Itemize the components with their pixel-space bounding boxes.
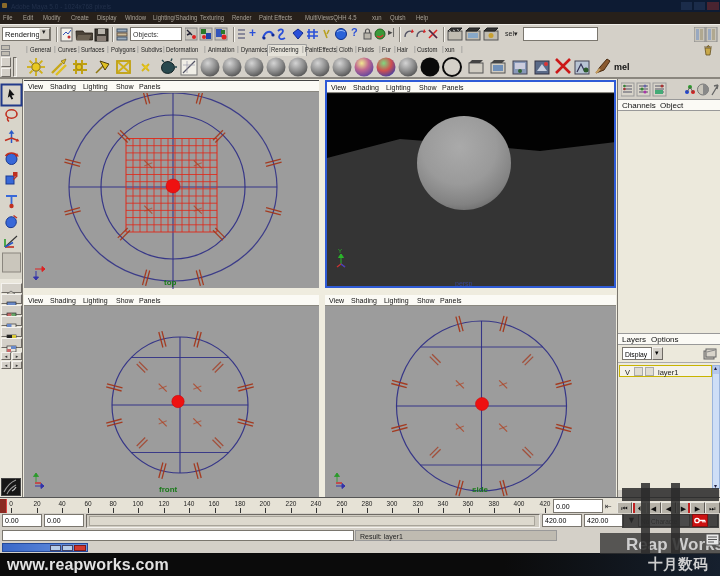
svg-text:front: front	[159, 485, 178, 494]
svg-text:persp: persp	[455, 280, 473, 286]
svg-text:top: top	[164, 278, 177, 287]
svg-text:side: side	[472, 485, 489, 494]
svg-text:Y: Y	[338, 248, 342, 254]
